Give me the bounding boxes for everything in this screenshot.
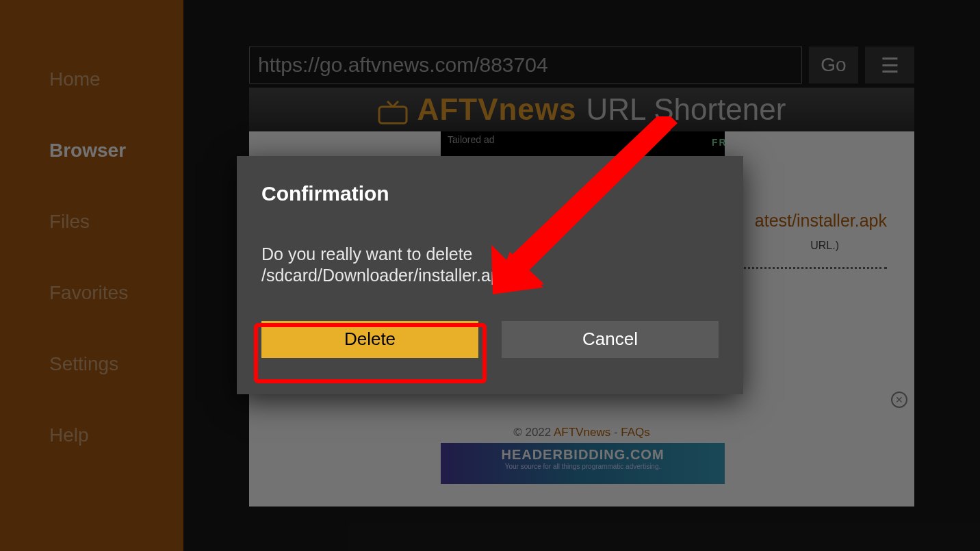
confirmation-dialog: Confirmation Do you really want to delet… [237, 156, 743, 394]
dialog-message: Do you really want to delete /sdcard/Dow… [261, 244, 719, 287]
delete-button[interactable]: Delete [261, 321, 478, 358]
dialog-buttons: Delete Cancel [261, 321, 719, 358]
dialog-title: Confirmation [261, 182, 719, 205]
cancel-button[interactable]: Cancel [502, 321, 719, 358]
